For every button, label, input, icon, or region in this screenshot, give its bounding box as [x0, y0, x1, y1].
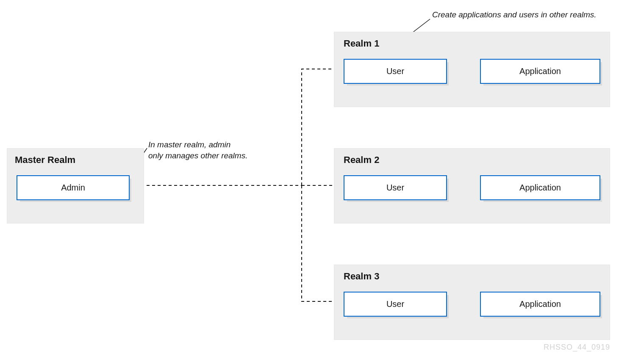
realm-3-title: Realm 3	[344, 271, 379, 282]
realm-2-user-box: User	[344, 175, 447, 200]
admin-box: Admin	[17, 175, 130, 200]
realm-3-app-label: Application	[519, 299, 561, 309]
annotation-realms: Create applications and users in other r…	[432, 9, 597, 20]
realm-1-user-label: User	[386, 66, 404, 76]
realm-2-panel: Realm 2 User Application	[334, 148, 610, 224]
realm-2-title: Realm 2	[344, 155, 379, 166]
realm-1-panel: Realm 1 User Application	[334, 32, 610, 107]
realm-3-user-label: User	[386, 299, 404, 309]
master-realm-panel: Master Realm Admin	[7, 148, 144, 224]
realm-3-app-box: Application	[480, 292, 600, 317]
realm-1-app-box: Application	[480, 59, 600, 84]
realm-3-user-box: User	[344, 292, 447, 317]
realm-2-app-label: Application	[519, 183, 561, 193]
realm-1-title: Realm 1	[344, 38, 379, 49]
realm-2-user-label: User	[386, 183, 404, 193]
admin-label: Admin	[61, 183, 85, 193]
realm-2-app-box: Application	[480, 175, 600, 200]
master-realm-title: Master Realm	[15, 155, 75, 166]
annotation-master: In master realm, admin only manages othe…	[148, 139, 247, 161]
realm-1-app-label: Application	[519, 66, 561, 76]
realm-3-panel: Realm 3 User Application	[334, 265, 610, 340]
realm-1-user-box: User	[344, 59, 447, 84]
footer-id: RHSSO_44_0919	[544, 343, 610, 352]
